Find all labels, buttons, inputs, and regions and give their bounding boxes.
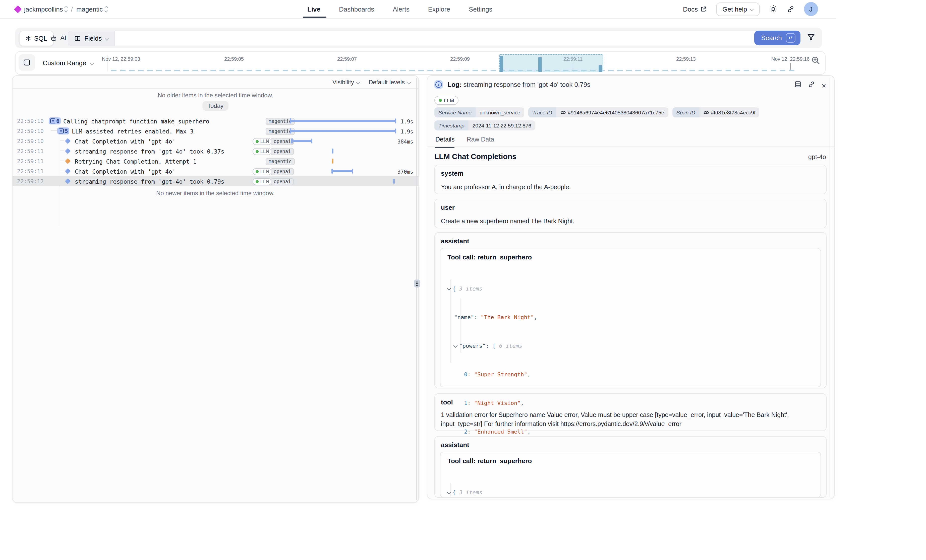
child-count: 6 (56, 118, 59, 124)
log-message: streaming response from 'gpt-4o' took 0.… (75, 178, 224, 185)
timeline-tick-mark (460, 63, 460, 70)
tab-explore[interactable]: Explore (428, 5, 450, 13)
log-row[interactable]: 22:59:10 5 LLM-assisted retries enabled.… (12, 126, 418, 136)
collapse-badge[interactable]: 6 (49, 118, 61, 124)
tab-settings[interactable]: Settings (469, 5, 492, 13)
filter-button[interactable] (807, 33, 815, 43)
tab-live[interactable]: Live (307, 5, 321, 13)
chip-label: Timestamp (434, 121, 469, 130)
log-time: 22:59:10 (17, 128, 44, 134)
no-older-items-text: No older items in the selected time wind… (12, 92, 418, 99)
panel-left-icon (23, 59, 31, 66)
org-selector[interactable]: jackmpcollins (24, 5, 68, 13)
json-line[interactable]: "powers": [ 6 items (448, 341, 816, 351)
attribute-chips-row: Service Name unknown_service Trace ID #9… (434, 107, 760, 118)
avatar[interactable]: J (804, 2, 818, 16)
visibility-dropdown[interactable]: Visibility (333, 78, 360, 86)
instant-tick (332, 148, 333, 154)
tab-dashboards[interactable]: Dashboards (339, 5, 374, 13)
ai-mode-button[interactable]: AI (46, 30, 71, 45)
log-row[interactable]: 22:59:11 streaming response from 'gpt-4o… (12, 146, 418, 156)
duration-label: 384ms (398, 139, 413, 145)
timeline-tick-label: 22:59:07 (337, 56, 357, 62)
timeline-selection[interactable] (499, 54, 603, 72)
collapse-badge[interactable]: 5 (57, 127, 70, 134)
llm-tag: LLM (253, 148, 272, 155)
timeline-tick-mark (790, 63, 791, 70)
duration-bar (290, 120, 396, 122)
layout-icon (794, 81, 802, 88)
scope-tag: magentic (266, 158, 295, 165)
share-link-button[interactable] (787, 5, 794, 13)
log-row[interactable]: 22:59:10 6 Calling chatprompt-function m… (12, 116, 418, 126)
divider (427, 146, 834, 147)
duration-bar (290, 130, 396, 132)
llm-tag: LLM (253, 168, 272, 175)
tab-alerts[interactable]: Alerts (393, 5, 409, 13)
fields-button[interactable]: Fields (68, 31, 115, 46)
log-row[interactable]: 22:59:11 Retrying Chat Completion. Attem… (12, 156, 418, 166)
theme-toggle-button[interactable] (769, 5, 777, 13)
log-row[interactable]: 22:59:10 Chat Completion with 'gpt-4o' L… (12, 136, 418, 146)
panel-resize-handle[interactable] (414, 279, 420, 288)
search-toolbar: SQL AI Fields Search ↵ (15, 27, 822, 48)
zoom-in-button[interactable] (811, 56, 820, 67)
log-time: 22:59:11 (17, 158, 44, 165)
trace-id-chip[interactable]: Trace ID #9146a6974e4e6140538043607a71c7… (528, 107, 668, 118)
log-title: streaming response from 'gpt-4o' took 0.… (463, 81, 590, 88)
section-title: LLM Chat Completions (434, 152, 516, 161)
message-card-system: system You are professor A, in charge of… (434, 165, 826, 194)
child-count: 5 (65, 128, 68, 134)
log-message: streaming response from 'gpt-4o' took 0.… (75, 148, 224, 155)
json-line: "name": "The Bark Night", (448, 312, 816, 322)
sidebar-toggle-button[interactable] (18, 54, 35, 71)
log-row-selected[interactable]: 22:59:12 streaming response from 'gpt-4o… (12, 176, 418, 186)
tool-call-card: Tool call: return_superhero { 3 items "n… (440, 248, 821, 387)
enter-key-icon: ↵ (786, 33, 796, 43)
timeline-tick-mark (347, 63, 347, 70)
llm-tag: LLM (253, 138, 272, 145)
get-help-button[interactable]: Get help (716, 2, 760, 16)
chip-label: Trace ID (528, 107, 556, 118)
log-list-header: Visibility Default levels (12, 76, 418, 89)
detail-actions: × (794, 81, 826, 90)
no-newer-items-text: No newer items in the selected time wind… (12, 190, 418, 197)
open-in-view-button[interactable] (794, 81, 802, 90)
asterisk-icon (26, 36, 31, 41)
green-dot-icon (256, 150, 259, 153)
funnel-icon (807, 33, 815, 41)
time-range-selector[interactable]: Custom Range (43, 52, 93, 74)
logfire-logo-icon[interactable] (14, 5, 21, 13)
span-id-chip[interactable]: Span ID #fd81e8f78c4ecc9f (672, 107, 759, 118)
timeline-tick-label: Nov 12, 22:59:16 (771, 56, 809, 62)
project-selector[interactable]: magentic (76, 5, 107, 13)
chevron-down-icon (749, 7, 754, 11)
log-label: Log: (448, 81, 461, 88)
green-dot-icon (256, 170, 259, 173)
timeline-tick-label: 22:59:13 (676, 56, 696, 62)
scope-tag: openai (271, 138, 294, 145)
timeline-axis[interactable] (111, 70, 795, 71)
json-line[interactable]: { 3 items (448, 488, 816, 497)
chip-label: Service Name (434, 107, 475, 118)
role-label: tool (441, 398, 453, 406)
updown-chevron-icon (65, 6, 68, 12)
tab-raw-data[interactable]: Raw Data (466, 136, 494, 148)
scope-tag: openai (271, 148, 294, 155)
default-levels-dropdown[interactable]: Default levels (369, 78, 410, 86)
json-line[interactable]: { 3 items (448, 284, 816, 294)
search-button[interactable]: Search ↵ (754, 30, 800, 45)
close-button[interactable]: × (822, 82, 826, 89)
copy-link-button[interactable] (808, 81, 815, 90)
llm-tag: LLM (253, 178, 272, 185)
docs-link[interactable]: Docs (683, 5, 706, 13)
timeline-tick-mark (121, 63, 121, 70)
scrollbar[interactable] (416, 78, 417, 500)
active-tab-underline (303, 17, 327, 18)
search-input[interactable] (115, 31, 761, 46)
timeline-tick-mark (234, 63, 234, 70)
scrollbar[interactable] (829, 78, 830, 497)
external-link-icon (700, 6, 706, 12)
log-row[interactable]: 22:59:11 Chat Completion with 'gpt-4o' L… (12, 166, 418, 176)
tab-details[interactable]: Details (436, 136, 454, 148)
